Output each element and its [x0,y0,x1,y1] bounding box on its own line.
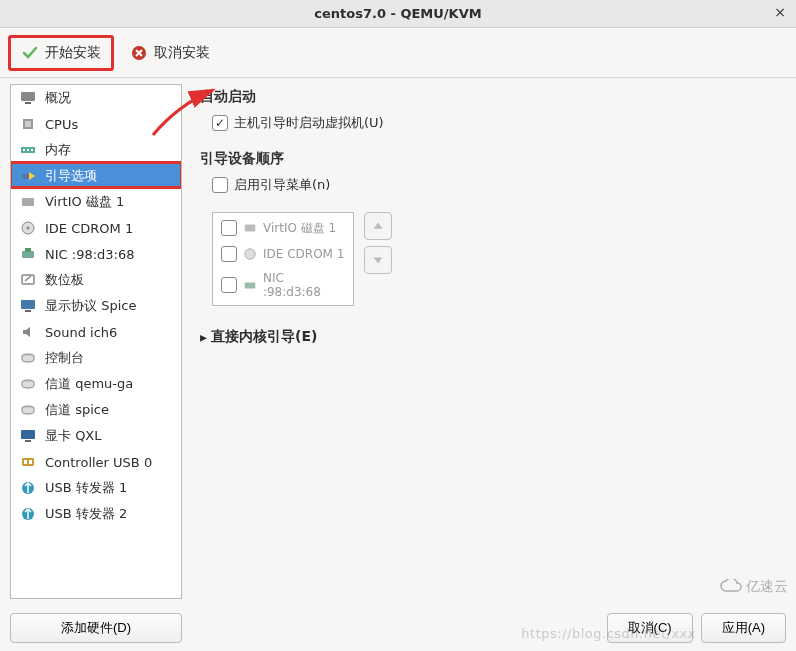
direct-kernel-boot-label: 直接内核引导(E) [211,328,317,346]
svg-rect-8 [31,149,33,151]
hardware-sidebar: 概况 CPUs 内存 引导选项 VirtIO 磁盘 1 IDE CDROM 1 … [10,84,182,599]
tablet-icon [19,271,37,289]
svg-rect-17 [21,300,35,309]
svg-rect-15 [25,248,31,252]
boot-device-label: NIC :98:d3:68 [263,271,345,299]
svg-rect-23 [25,440,31,442]
boot-device-checkbox[interactable] [221,246,237,262]
nic-icon [241,276,259,294]
disk-icon [241,219,259,237]
usb-redir-icon [19,479,37,497]
sidebar-item-label: 数位板 [45,271,84,289]
console-icon [19,349,37,367]
close-icon[interactable]: × [774,4,786,20]
video-icon [19,427,37,445]
svg-rect-2 [25,102,31,104]
svg-rect-6 [23,149,25,151]
add-hardware-button[interactable]: 添加硬件(D) [10,613,182,643]
sidebar-item-overview[interactable]: 概况 [11,85,181,111]
cdrom-icon [19,219,37,237]
svg-rect-25 [24,460,27,464]
channel-icon [19,375,37,393]
sidebar-item-label: 显示协议 Spice [45,297,136,315]
sidebar-item-console[interactable]: 控制台 [11,345,181,371]
boot-icon [19,167,37,185]
sidebar-item-boot[interactable]: 引导选项 [11,163,181,189]
sidebar-item-video[interactable]: 显卡 QXL [11,423,181,449]
sidebar-item-label: VirtIO 磁盘 1 [45,193,124,211]
sidebar-item-channel-spice[interactable]: 信道 spice [11,397,181,423]
sidebar-item-label: 信道 qemu-ga [45,375,133,393]
sidebar-item-memory[interactable]: 内存 [11,137,181,163]
sidebar-item-nic[interactable]: NIC :98:d3:68 [11,241,181,267]
sidebar-item-tablet[interactable]: 数位板 [11,267,181,293]
boot-menu-label: 启用引导菜单(n) [234,176,330,194]
display-icon [19,297,37,315]
apply-button[interactable]: 应用(A) [701,613,786,643]
cancel-install-label: 取消安装 [154,44,210,62]
sidebar-item-label: CPUs [45,117,78,132]
boot-device-list[interactable]: VirtIO 磁盘 1 IDE CDROM 1 NIC :98:d3:68 [212,212,354,306]
boot-device-item[interactable]: VirtIO 磁盘 1 [215,215,351,241]
begin-install-label: 开始安装 [45,44,101,62]
content-area: 概况 CPUs 内存 引导选项 VirtIO 磁盘 1 IDE CDROM 1 … [0,78,796,605]
boot-order-title: 引导设备顺序 [200,150,778,168]
svg-rect-22 [21,430,35,439]
svg-rect-18 [25,310,31,312]
boot-menu-checkbox[interactable] [212,177,228,193]
sidebar-item-cdrom[interactable]: IDE CDROM 1 [11,215,181,241]
sidebar-item-usb-controller[interactable]: Controller USB 0 [11,449,181,475]
sidebar-item-sound[interactable]: Sound ich6 [11,319,181,345]
main-panel: 自动启动 主机引导时启动虚拟机(U) 引导设备顺序 启用引导菜单(n) Virt… [182,78,796,605]
cancel-install-button[interactable]: 取消安装 [120,38,220,68]
svg-rect-31 [245,282,256,288]
svg-rect-26 [29,460,32,464]
sidebar-item-usb-redir1[interactable]: USB 转发器 1 [11,475,181,501]
sidebar-item-usb-redir2[interactable]: USB 转发器 2 [11,501,181,527]
channel-icon [19,401,37,419]
watermark-url: https://blog.csdn.net/xxx [521,626,696,641]
svg-rect-9 [22,174,29,179]
titlebar: centos7.0 - QEMU/KVM × [0,0,796,28]
sidebar-item-label: IDE CDROM 1 [45,221,133,236]
direct-kernel-boot-expander[interactable]: ▸ 直接内核引导(E) [200,328,778,346]
sidebar-item-channel-qemu[interactable]: 信道 qemu-ga [11,371,181,397]
sidebar-item-label: NIC :98:d3:68 [45,247,135,262]
check-icon [21,44,39,62]
sidebar-item-cpus[interactable]: CPUs [11,111,181,137]
toolbar: 开始安装 取消安装 [0,28,796,78]
move-down-button[interactable] [364,246,392,274]
svg-point-11 [31,203,33,205]
watermark-logo-text: 亿速云 [746,578,788,596]
sidebar-item-label: 引导选项 [45,167,97,185]
memory-icon [19,141,37,159]
boot-device-checkbox[interactable] [221,277,237,293]
svg-point-13 [27,227,30,230]
updown-buttons [364,212,392,274]
svg-rect-29 [245,225,256,232]
sidebar-item-label: 显卡 QXL [45,427,102,445]
sidebar-item-label: USB 转发器 1 [45,479,127,497]
begin-install-button[interactable]: 开始安装 [8,35,114,71]
sidebar-item-display[interactable]: 显示协议 Spice [11,293,181,319]
boot-device-item[interactable]: NIC :98:d3:68 [215,267,351,303]
svg-rect-7 [27,149,29,151]
autostart-checkbox[interactable] [212,115,228,131]
usb-controller-icon [19,453,37,471]
boot-menu-row: 启用引导菜单(n) [212,176,778,194]
sidebar-item-label: 概况 [45,89,71,107]
svg-rect-24 [22,458,34,466]
usb-redir-icon [19,505,37,523]
move-up-button[interactable] [364,212,392,240]
boot-device-item[interactable]: IDE CDROM 1 [215,241,351,267]
svg-point-30 [245,249,256,260]
watermark-logo: 亿速云 [720,578,788,596]
window-title: centos7.0 - QEMU/KVM [314,6,481,21]
svg-rect-14 [22,251,34,258]
sidebar-item-label: 内存 [45,141,71,159]
boot-device-checkbox[interactable] [221,220,237,236]
boot-device-label: IDE CDROM 1 [263,247,344,261]
svg-rect-1 [21,92,35,101]
sidebar-item-virtio-disk[interactable]: VirtIO 磁盘 1 [11,189,181,215]
svg-rect-16 [22,275,34,284]
